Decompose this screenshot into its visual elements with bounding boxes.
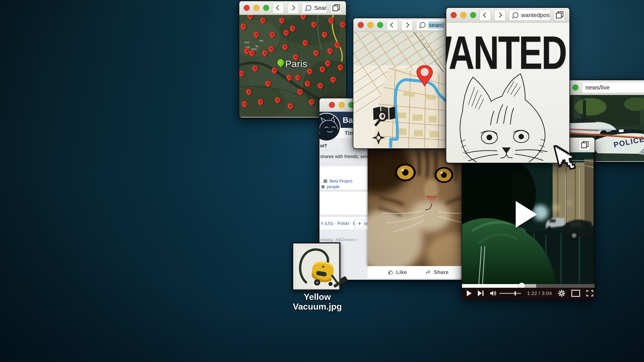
wanted-poster-window[interactable]: wantedposter.jpg WANTED [446,7,570,163]
map-pin-icon[interactable] [274,96,282,104]
map-pin-icon[interactable] [339,20,346,28]
map-pin-icon[interactable] [312,49,320,57]
vacuum-file-label[interactable]: Yellow Vacuum.jpg [277,292,358,311]
volume-control[interactable] [490,290,521,297]
map-pin-icon[interactable] [326,47,334,55]
back-button[interactable] [386,19,398,31]
duplicate-window-button[interactable] [330,2,342,13]
map-pin-icon[interactable] [321,30,329,38]
paris-toolbar: Search:france/paris [239,1,346,15]
map-pin-icon[interactable] [301,39,310,47]
wanted-url-field[interactable]: wantedposter.jpg [509,9,550,21]
map-pin-icon[interactable] [281,43,289,51]
people-link[interactable]: people [327,184,340,189]
map-pin-icon[interactable] [246,15,254,20]
duplicate-window-button[interactable] [554,9,565,21]
close-button-icon[interactable] [358,22,364,28]
duplicate-window-button[interactable] [579,139,590,150]
minimize-button-icon[interactable] [254,5,260,11]
minimize-button-icon[interactable] [338,102,345,108]
map-pin-icon[interactable] [282,28,290,36]
vancouver-url-text: search:vancouver [428,21,444,29]
close-button-icon[interactable] [244,5,250,11]
map-pin-icon[interactable] [296,88,304,96]
forward-button[interactable] [401,19,413,31]
map-pin-icon[interactable] [304,79,312,87]
map-pin-icon[interactable] [318,65,326,73]
map-pin-icon[interactable] [299,15,308,20]
play-button[interactable] [467,290,472,296]
map-pin-icon[interactable] [240,22,248,30]
add-language-button[interactable]: + [355,219,364,228]
like-button[interactable]: Like [388,269,407,275]
close-button-icon[interactable] [451,12,457,18]
forward-button[interactable] [287,2,299,13]
map-pin-icon[interactable] [241,100,249,108]
map-pin-icon[interactable] [245,88,253,96]
profile-question-fragment: oi? [320,143,327,148]
map-pin-icon[interactable] [310,20,318,28]
video-still[interactable] [462,152,594,284]
map-pin-icon[interactable] [264,79,272,87]
progress-played [462,284,522,288]
map-pin-icon[interactable] [268,30,276,38]
zoom-button-icon[interactable] [470,12,476,18]
tabby-cat-photo-graphic [368,147,466,266]
minimize-button-icon[interactable] [460,12,466,18]
map-pin-icon[interactable] [308,98,316,106]
news-url-text: news/live [586,84,610,91]
close-button-icon[interactable] [329,102,335,108]
map-pin-icon[interactable] [256,98,265,106]
map-pin-icon[interactable] [261,49,269,57]
fullscreen-button[interactable] [586,290,594,297]
share-button[interactable]: Share [425,269,448,275]
map-pin-icon[interactable] [270,66,278,74]
vancouver-url-field[interactable]: search:vancouver [416,19,444,30]
next-button[interactable] [478,290,484,296]
video-progress-bar[interactable] [462,284,594,288]
map-pin-icon[interactable] [294,73,302,81]
footer-links-fragment[interactable]: ertising · AdChoices ▷ [320,238,358,242]
chevron-right-icon [290,5,295,10]
map-pin-icon[interactable] [316,81,324,89]
back-button[interactable] [480,9,491,21]
map-pin-icon[interactable] [286,73,294,81]
vacuum-file-icon[interactable] [292,242,340,291]
map-pin-icon[interactable] [327,16,335,24]
map-pin-icon[interactable] [286,102,294,110]
play-overlay-icon[interactable] [516,201,537,228]
vancouver-search-window[interactable]: search:vancouver [353,18,449,149]
map-pin-icon[interactable] [336,63,345,71]
map-pin-icon[interactable] [239,69,246,77]
map-pin-icon[interactable] [252,30,260,38]
vancouver-street-map[interactable] [353,32,448,148]
minimize-button-icon[interactable] [368,22,374,28]
news-url-field[interactable]: news/live [582,82,644,93]
zoom-button-icon[interactable] [263,5,269,11]
cat-post-photo[interactable] [368,147,466,266]
miniplayer-button[interactable] [572,290,580,297]
search-icon [420,22,426,28]
wanted-headline: WANTED [446,26,566,80]
beta-project-link[interactable]: Beta Project [330,179,352,184]
map-pin-icon[interactable] [267,45,276,53]
paris-url-field[interactable]: Search:france/paris [302,2,327,13]
forward-button[interactable] [494,9,506,21]
settings-button[interactable] [558,290,565,297]
map-pin-icon[interactable] [289,24,297,32]
map-pin-icon[interactable] [278,16,286,24]
back-button[interactable] [272,2,284,13]
fullscreen-icon [586,290,594,297]
map-pin-icon[interactable] [324,59,332,67]
volume-slider[interactable] [499,293,521,294]
thumbs-up-icon [388,269,394,275]
paris-map-label: Paris [285,58,308,69]
zoom-button-icon[interactable] [377,22,383,28]
time-display: 1:22 / 3:04 [527,291,552,296]
map-pin-icon[interactable] [251,64,259,72]
map-pin-icon[interactable] [259,16,267,24]
map-pin-icon[interactable] [329,75,337,83]
map-pin-icon[interactable] [334,41,342,49]
destination-pin-icon[interactable] [416,65,434,86]
zoom-button-icon[interactable] [572,84,578,90]
